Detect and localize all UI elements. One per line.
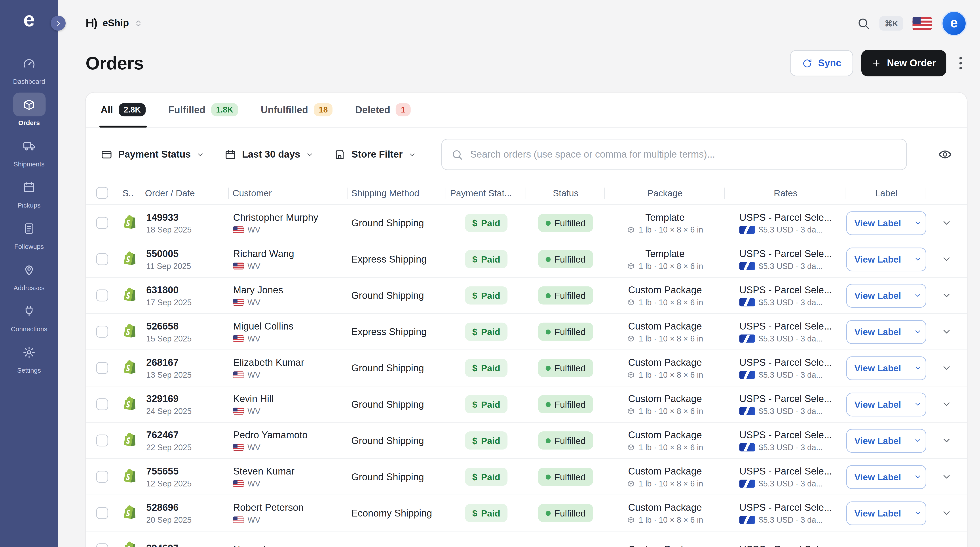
- table-row[interactable]: 550005 11 Sep 2025 Richard Wang WV Expre…: [86, 241, 967, 277]
- chevron-down-icon[interactable]: [908, 393, 926, 416]
- chevron-down-icon[interactable]: [908, 321, 926, 343]
- global-search-button[interactable]: [857, 17, 870, 30]
- user-avatar[interactable]: e: [941, 10, 967, 36]
- row-expand-button[interactable]: [926, 327, 967, 337]
- row-expand-button[interactable]: [926, 254, 967, 265]
- sidebar-item-label: Settings: [17, 367, 41, 374]
- package-cell: Template 1 lb · 10 × 8 × 6 in: [605, 248, 725, 271]
- calendar-icon: [224, 148, 236, 161]
- status-cell: Fulfilled: [526, 286, 605, 305]
- table-row[interactable]: 526658 15 Sep 2025 Miguel Collins WV Exp…: [86, 314, 967, 350]
- table-row[interactable]: 762467 22 Sep 2025 Pedro Yamamoto WV Gro…: [86, 423, 967, 459]
- table-row[interactable]: 755655 12 Sep 2025 Steven Kumar WV Groun…: [86, 459, 967, 495]
- customer-region: WV: [233, 333, 347, 343]
- table-row[interactable]: 329169 24 Sep 2025 Kevin Hill WV Ground …: [86, 386, 967, 423]
- box-icon: [627, 334, 635, 342]
- rates-cell: USPS - Parcel Sele... $5.3 USD · 3 da...: [725, 321, 846, 343]
- paid-badge: $ Paid: [465, 214, 508, 232]
- payment-status-cell: $ Paid: [446, 504, 526, 522]
- store-filter[interactable]: Store Filter: [334, 148, 417, 161]
- customer-region: WV: [233, 406, 347, 416]
- view-label-button[interactable]: View Label: [846, 392, 926, 416]
- store-cell: [119, 467, 142, 486]
- sidebar-item-label: Orders: [18, 119, 40, 126]
- orders-search-input[interactable]: [470, 149, 897, 160]
- chevron-down-icon[interactable]: [908, 357, 926, 379]
- select-all-checkbox[interactable]: [96, 187, 108, 199]
- row-checkbox[interactable]: [96, 253, 108, 265]
- sidebar-item-orders[interactable]: Orders: [0, 89, 58, 131]
- visibility-toggle-button[interactable]: [938, 148, 952, 161]
- chevron-down-icon: [306, 150, 314, 158]
- table-row[interactable]: 149933 18 Sep 2025 Christopher Murphy WV…: [86, 205, 967, 241]
- row-expand-button[interactable]: [926, 508, 967, 518]
- table-row[interactable]: 268167 13 Sep 2025 Elizabeth Kumar WV Gr…: [86, 350, 967, 386]
- sidebar-item-settings[interactable]: Settings: [0, 337, 58, 378]
- store-selector[interactable]: H) eShip: [86, 16, 143, 30]
- table-row[interactable]: 528696 20 Sep 2025 Robert Peterson WV Ec…: [86, 495, 967, 531]
- fulfilled-badge: Fulfilled: [538, 214, 593, 232]
- order-date: 24 Sep 2025: [146, 406, 229, 416]
- shipping-method: Economy Shipping: [347, 507, 446, 519]
- sidebar-item-pickups[interactable]: Pickups: [0, 172, 58, 213]
- more-options-button[interactable]: [954, 53, 967, 73]
- view-label-button[interactable]: View Label: [846, 501, 926, 525]
- payment-status-filter[interactable]: Payment Status: [100, 148, 204, 161]
- row-expand-button[interactable]: [926, 218, 967, 228]
- package-cell: Custom Package 1 lb · 10 × 8 × 6 in: [605, 284, 725, 307]
- row-expand-button[interactable]: [926, 399, 967, 410]
- us-flag-icon[interactable]: [912, 17, 932, 30]
- sync-button[interactable]: Sync: [790, 50, 853, 76]
- tab-fulfilled[interactable]: Fulfilled1.8K: [168, 92, 239, 127]
- box-icon: [627, 370, 635, 379]
- row-expand-button[interactable]: [926, 363, 967, 373]
- tab-unfulfilled[interactable]: Unfulfilled18: [261, 92, 333, 127]
- view-label-button[interactable]: View Label: [846, 429, 926, 453]
- row-expand-button[interactable]: [926, 290, 967, 301]
- row-checkbox[interactable]: [96, 434, 108, 447]
- chevron-down-icon[interactable]: [908, 466, 926, 488]
- orders-card: All2.8KFulfilled1.8KUnfulfilled18Deleted…: [86, 92, 967, 547]
- row-checkbox[interactable]: [96, 398, 108, 410]
- view-label-button[interactable]: View Label: [846, 211, 926, 235]
- chevron-down-icon[interactable]: [908, 284, 926, 307]
- payment-status-cell: $ Paid: [446, 395, 526, 413]
- sidebar-item-followups[interactable]: Followups: [0, 213, 58, 255]
- sidebar-item-dashboard[interactable]: Dashboard: [0, 48, 58, 89]
- paid-badge: $ Paid: [465, 250, 508, 268]
- sidebar-item-shipments[interactable]: Shipments: [0, 131, 58, 172]
- tab-deleted[interactable]: Deleted1: [355, 92, 410, 127]
- view-label-button[interactable]: View Label: [846, 356, 926, 380]
- status-cell: Fulfilled: [526, 250, 605, 268]
- tab-count-badge: 18: [314, 103, 333, 116]
- chevron-down-icon[interactable]: [908, 502, 926, 524]
- row-checkbox[interactable]: [96, 326, 108, 338]
- row-checkbox[interactable]: [96, 507, 108, 519]
- sidebar-collapse-button[interactable]: [51, 16, 65, 31]
- table-row[interactable]: 631800 17 Sep 2025 Mary Jones WV Ground …: [86, 277, 967, 314]
- orders-tabs: All2.8KFulfilled1.8KUnfulfilled18Deleted…: [86, 92, 967, 128]
- sidebar-item-addresses[interactable]: Addresses: [0, 254, 58, 296]
- row-checkbox[interactable]: [96, 471, 108, 483]
- chevron-down-icon[interactable]: [908, 248, 926, 271]
- chevron-down-icon[interactable]: [908, 429, 926, 452]
- new-order-button[interactable]: New Order: [861, 50, 946, 76]
- row-expand-button[interactable]: [926, 471, 967, 482]
- date-range-filter[interactable]: Last 30 days: [224, 148, 314, 161]
- row-expand-button[interactable]: [926, 544, 967, 547]
- row-checkbox[interactable]: [96, 217, 108, 229]
- chevron-down-icon[interactable]: [908, 212, 926, 234]
- row-checkbox[interactable]: [96, 290, 108, 301]
- table-row[interactable]: 294697 Nancy Lopez $ Custom Package: [86, 531, 967, 547]
- row-expand-button[interactable]: [926, 435, 967, 446]
- view-label-button[interactable]: View Label: [846, 284, 926, 308]
- row-checkbox[interactable]: [96, 543, 108, 547]
- row-checkbox[interactable]: [96, 362, 108, 374]
- sidebar-item-connections[interactable]: Connections: [0, 296, 58, 337]
- package-dimensions: 1 lb · 10 × 8 × 6 in: [627, 479, 703, 488]
- status-dot-icon: [546, 402, 551, 407]
- tab-all[interactable]: All2.8K: [100, 92, 146, 127]
- view-label-button[interactable]: View Label: [846, 465, 926, 489]
- view-label-button[interactable]: View Label: [846, 320, 926, 344]
- view-label-button[interactable]: View Label: [846, 247, 926, 271]
